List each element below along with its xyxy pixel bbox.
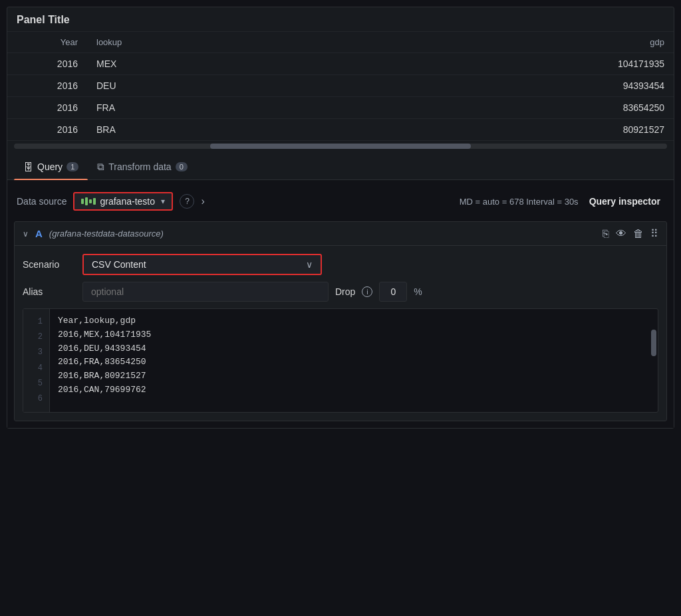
table-row: 2016FRA83654250	[7, 97, 674, 119]
table-cell: 2016	[7, 75, 87, 97]
drop-pct: %	[414, 286, 422, 297]
datasource-label: Data source	[17, 196, 67, 207]
datasource-selector[interactable]: grafana-testo ▾	[73, 192, 173, 211]
col-gdp: gdp	[273, 32, 674, 53]
query-block: ∨ A (grafana-testdata-datasource) ⎘ 👁 🗑 …	[14, 221, 667, 421]
table-cell: 2016	[7, 97, 87, 119]
arrow-right-icon: ›	[201, 195, 204, 207]
horizontal-scrollbar[interactable]	[14, 144, 667, 149]
table-cell: 2016	[7, 119, 87, 141]
datasource-row: Data source grafana-testo ▾ ? › MD = aut…	[14, 187, 667, 216]
bar1	[81, 199, 84, 204]
bar2	[85, 197, 88, 205]
csv-line: 2016,DEU,94393454	[58, 342, 650, 356]
panel-container: Panel Title Year lookup gdp 2016MEX10417…	[7, 7, 674, 429]
help-button[interactable]: ?	[180, 194, 194, 209]
scrollbar-thumb[interactable]	[210, 144, 472, 149]
query-datasource-name: (grafana-testdata-datasource)	[49, 229, 164, 239]
datasource-meta: MD = auto = 678 Interval = 30s	[460, 197, 579, 207]
csv-line: 2016,CAN,79699762	[58, 383, 650, 397]
scenario-value: CSV Content	[92, 259, 301, 270]
tab-transform-badge: 0	[176, 162, 188, 171]
csv-line: 2016,BRA,80921527	[58, 369, 650, 383]
scenario-label: Scenario	[23, 259, 76, 270]
database-icon: 🗄	[23, 161, 33, 173]
line-number: 4	[23, 361, 49, 376]
tab-query-badge: 1	[67, 162, 78, 171]
eye-icon[interactable]: 👁	[616, 228, 626, 240]
tab-query-label: Query	[37, 161, 63, 172]
table-row: 2016MEX104171935	[7, 53, 674, 75]
line-number: 5	[23, 376, 49, 391]
col-lookup: lookup	[87, 32, 273, 53]
csv-content[interactable]: Year,lookup,gdp2016,MEX,1041719352016,DE…	[50, 309, 658, 412]
alias-input[interactable]	[82, 282, 329, 302]
tab-query[interactable]: 🗄 Query 1	[14, 155, 88, 179]
table-row: 2016BRA80921527	[7, 119, 674, 141]
line-number: 2	[23, 330, 49, 345]
trash-icon[interactable]: 🗑	[633, 228, 644, 240]
bar3	[89, 199, 92, 203]
panel-title: Panel Title	[7, 7, 674, 32]
col-year: Year	[7, 32, 87, 53]
csv-line: Year,lookup,gdp	[58, 314, 650, 328]
table-cell: MEX	[87, 53, 273, 75]
scenario-row: Scenario CSV Content ∨	[23, 254, 658, 275]
vertical-scrollbar[interactable]	[651, 330, 656, 356]
drop-info-icon[interactable]: i	[362, 286, 372, 297]
table-cell: 83654250	[273, 97, 674, 119]
scenario-chevron-icon: ∨	[306, 259, 313, 270]
alias-label: Alias	[23, 286, 76, 297]
bar4	[93, 198, 96, 205]
tab-transform[interactable]: ⧉ Transform data 0	[88, 154, 197, 179]
table-row: 2016DEU94393454	[7, 75, 674, 97]
drop-label: Drop	[335, 286, 355, 297]
query-letter: A	[35, 228, 43, 239]
table-cell: 2016	[7, 53, 87, 75]
line-number: 6	[23, 391, 49, 407]
table-cell: 104171935	[273, 53, 674, 75]
table-cell: FRA	[87, 97, 273, 119]
datasource-name: grafana-testo	[100, 196, 157, 207]
line-number: 3	[23, 345, 49, 360]
grafana-bars-icon	[81, 197, 96, 205]
line-numbers: 123456	[23, 309, 50, 412]
table-cell: DEU	[87, 75, 273, 97]
csv-editor[interactable]: 123456 Year,lookup,gdp2016,MEX,104171935…	[23, 308, 658, 413]
query-editor: Data source grafana-testo ▾ ? › MD = aut…	[7, 180, 674, 428]
line-number: 1	[23, 314, 49, 330]
csv-line: 2016,MEX,104171935	[58, 328, 650, 342]
chevron-down-icon: ▾	[161, 197, 165, 206]
tabs-bar: 🗄 Query 1 ⧉ Transform data 0	[7, 154, 674, 180]
data-table: Year lookup gdp 2016MEX1041719352016DEU9…	[7, 32, 674, 141]
copy-icon[interactable]: ⎘	[603, 228, 609, 240]
query-fields: Scenario CSV Content ∨ Alias Drop i 0 %	[15, 246, 666, 421]
drag-handle-icon[interactable]: ⠿	[650, 227, 658, 240]
table-cell: 80921527	[273, 119, 674, 141]
query-inspector-button[interactable]: Query inspector	[585, 193, 664, 209]
data-table-scroll: Year lookup gdp 2016MEX1041719352016DEU9…	[7, 32, 674, 141]
tab-transform-label: Transform data	[108, 161, 171, 172]
alias-row: Alias Drop i 0 %	[23, 282, 658, 302]
transform-icon: ⧉	[97, 161, 104, 173]
table-cell: 94393454	[273, 75, 674, 97]
query-actions: ⎘ 👁 🗑 ⠿	[603, 227, 658, 240]
table-cell: BRA	[87, 119, 273, 141]
drop-value: 0	[379, 282, 407, 302]
collapse-button[interactable]: ∨	[23, 229, 29, 239]
scenario-selector[interactable]: CSV Content ∨	[82, 254, 322, 275]
csv-line: 2016,FRA,83654250	[58, 356, 650, 369]
query-block-header: ∨ A (grafana-testdata-datasource) ⎘ 👁 🗑 …	[15, 222, 666, 246]
